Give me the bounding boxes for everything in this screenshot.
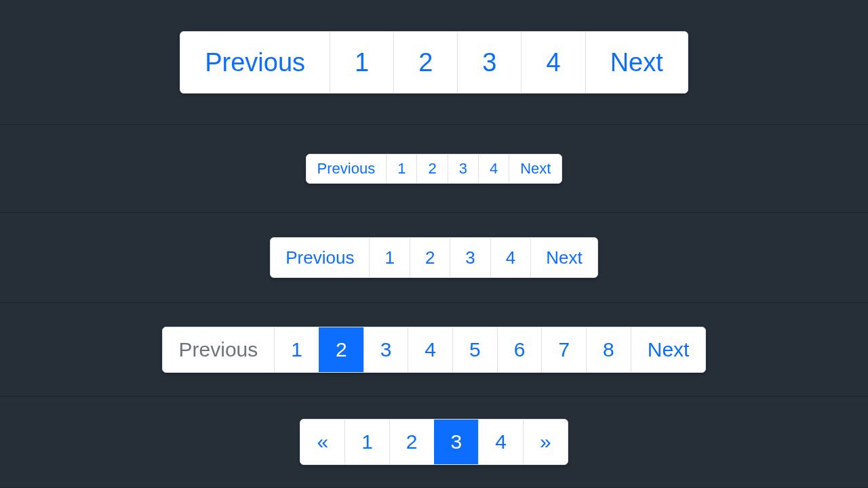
page-3-active: 3 [434,420,479,464]
page-7: 7 [541,327,586,372]
page-link-1[interactable]: 1 [369,238,409,277]
pagination-row-md: Previous 1 2 3 4 Next [0,213,868,303]
page-link-2[interactable]: 2 [389,420,434,464]
page-next: Next [509,155,561,183]
page-link-8[interactable]: 8 [586,327,631,372]
page-link-next[interactable]: Next [631,327,706,372]
page-5: 5 [452,327,497,372]
page-2: 2 [410,238,450,277]
page-link-4[interactable]: 4 [490,238,530,277]
pagination-sm: Previous 1 2 3 4 Next [306,154,563,184]
page-link-1[interactable]: 1 [330,32,393,93]
page-link-next[interactable]: Next [585,32,688,93]
page-link-3[interactable]: 3 [457,32,521,93]
page-6: 6 [497,327,542,372]
page-link-5[interactable]: 5 [452,327,497,372]
pagination-row-sm: Previous 1 2 3 4 Next [0,125,868,213]
page-4: 4 [478,420,523,464]
page-link-prev[interactable]: Previous [180,32,330,93]
pagination-arrows: « 1 2 3 4 » [300,419,568,465]
page-prev: Previous [180,32,330,93]
page-link-7[interactable]: 7 [541,327,586,372]
page-link-next[interactable]: Next [530,238,597,277]
page-prev: Previous [307,155,387,183]
page-link-2[interactable]: 2 [319,327,363,372]
page-2: 2 [389,420,434,464]
page-link-2[interactable]: 2 [410,238,450,277]
page-4: 4 [521,32,585,93]
page-prev-disabled: Previous [163,327,275,372]
page-2: 2 [393,32,457,93]
page-1: 1 [330,32,393,93]
page-link-1[interactable]: 1 [274,327,319,372]
page-4: 4 [478,155,509,183]
page-link-6[interactable]: 6 [497,327,542,372]
page-prev-arrow: « [300,420,344,464]
page-next: Next [631,327,706,372]
page-link-2[interactable]: 2 [416,155,447,183]
pagination-xl: Previous 1 2 3 4 Next [180,31,688,94]
page-3: 3 [448,155,478,183]
page-link-prev: Previous [163,327,275,372]
page-3: 3 [457,32,521,93]
page-2: 2 [416,155,447,183]
page-1: 1 [386,155,416,183]
chevron-left-icon[interactable]: « [300,420,344,464]
page-link-4[interactable]: 4 [478,420,523,464]
page-1: 1 [369,238,409,277]
page-3: 3 [363,327,408,372]
page-next: Next [530,238,597,277]
pagination-md: Previous 1 2 3 4 Next [270,237,598,278]
page-link-3[interactable]: 3 [434,420,479,464]
page-link-1[interactable]: 1 [344,420,389,464]
page-next: Next [585,32,688,93]
page-8: 8 [586,327,631,372]
page-link-3[interactable]: 3 [448,155,478,183]
pagination-row-arrows: « 1 2 3 4 » [0,396,868,488]
page-link-4[interactable]: 4 [521,32,585,93]
page-next-arrow: » [523,420,568,464]
page-4: 4 [408,327,452,372]
page-link-3[interactable]: 3 [450,238,490,277]
page-4: 4 [490,238,530,277]
page-1: 1 [344,420,389,464]
page-3: 3 [450,238,490,277]
page-link-1[interactable]: 1 [386,155,416,183]
page-link-3[interactable]: 3 [363,327,408,372]
page-2-active: 2 [319,327,363,372]
page-link-prev[interactable]: Previous [271,238,369,277]
page-link-2[interactable]: 2 [393,32,457,93]
page-prev: Previous [271,238,369,277]
page-link-next[interactable]: Next [509,155,561,183]
page-link-4[interactable]: 4 [478,155,509,183]
pagination-lg: Previous 1 2 3 4 5 6 7 8 Next [162,327,707,373]
pagination-row-xl: Previous 1 2 3 4 Next [0,0,868,125]
page-link-4[interactable]: 4 [408,327,452,372]
chevron-right-icon[interactable]: » [523,420,568,464]
pagination-row-lg: Previous 1 2 3 4 5 6 7 8 Next [0,303,868,396]
page-link-prev[interactable]: Previous [307,155,387,183]
page-1: 1 [274,327,319,372]
